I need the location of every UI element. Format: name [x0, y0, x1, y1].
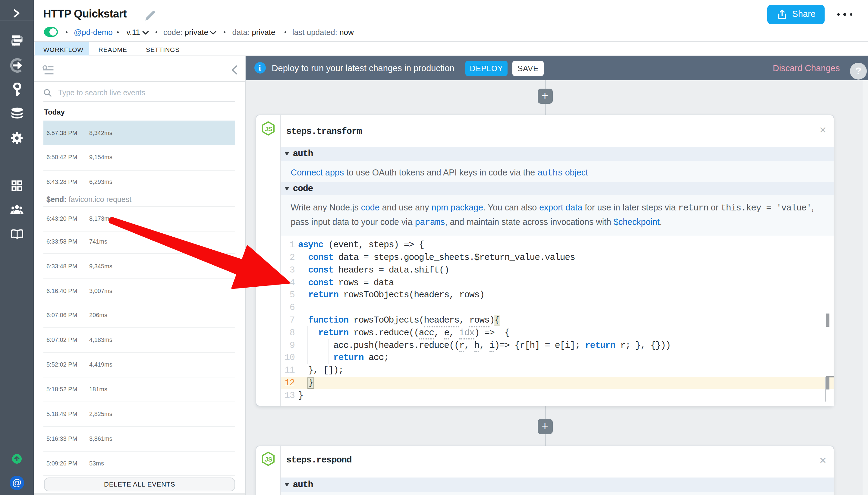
- svg-text:JS: JS: [265, 125, 273, 132]
- svg-text:JS: JS: [265, 456, 273, 462]
